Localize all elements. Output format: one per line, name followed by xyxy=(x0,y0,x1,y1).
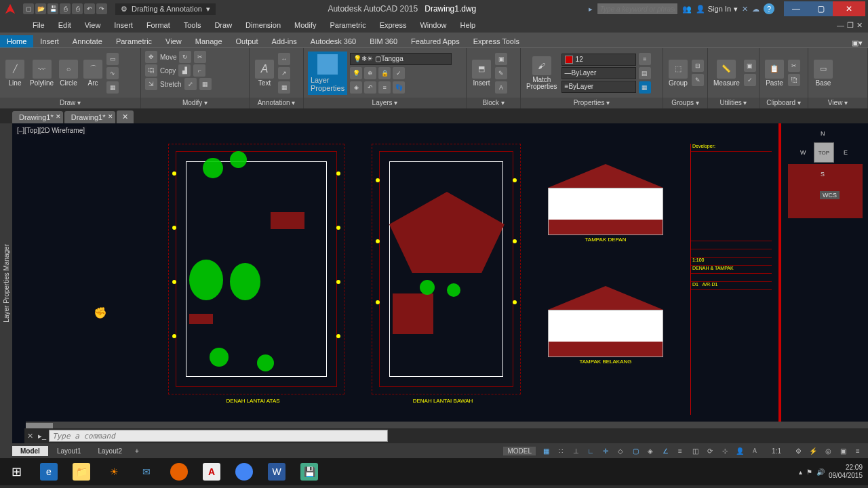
panel-title-properties[interactable]: Properties ▾ xyxy=(521,98,663,108)
copy-clip-icon[interactable]: ⿻ xyxy=(788,74,800,86)
measure-button[interactable]: 📏Measure xyxy=(712,58,741,88)
layer-manager-collapsed[interactable]: Layer Properties Manager xyxy=(0,123,12,443)
qat-redo-icon[interactable]: ↷ xyxy=(96,3,107,14)
add-layout-button[interactable]: + xyxy=(131,446,143,456)
paste-button[interactable]: 📋Paste xyxy=(764,58,785,88)
copy-button[interactable]: ⿻Copy▟⌐ xyxy=(145,64,245,77)
layout-tab-2[interactable]: Layout2 xyxy=(90,446,130,456)
select-all-icon[interactable]: ▣ xyxy=(744,60,756,72)
3dosnap-toggle-icon[interactable]: ◈ xyxy=(644,445,657,457)
drawing-canvas[interactable]: [–][Top][2D Wireframe] DENAH LANTAI ATAS xyxy=(12,123,868,443)
color-dropdown[interactable]: 12 xyxy=(561,54,636,66)
cleanscreen-icon[interactable]: ▣ xyxy=(836,445,850,457)
menu-draw[interactable]: Draw xyxy=(208,20,239,30)
layer-dropdown[interactable]: 💡❄☀ ▢ Tangga xyxy=(350,53,452,65)
text-button[interactable]: AText xyxy=(254,58,275,88)
prop-bylayer-icon[interactable]: ▤ xyxy=(639,67,651,79)
ribbon-tab-express[interactable]: Express Tools xyxy=(467,35,526,47)
rotate-icon[interactable]: ↻ xyxy=(179,51,191,63)
taskbar-word[interactable]: W xyxy=(260,458,293,485)
block-create-icon[interactable]: ▣ xyxy=(495,53,507,65)
help-icon[interactable]: ? xyxy=(764,3,774,14)
spline-icon[interactable]: ∿ xyxy=(106,67,119,79)
menu-tools[interactable]: Tools xyxy=(177,20,208,30)
iso-toggle-icon[interactable]: ◇ xyxy=(614,445,627,457)
match-properties-button[interactable]: 🖌Match Properties xyxy=(525,55,559,92)
taskbar-ie[interactable]: e xyxy=(33,458,65,485)
ribbon-tab-home[interactable]: Home xyxy=(0,35,33,47)
panel-title-clipboard[interactable]: Clipboard ▾ xyxy=(760,98,808,108)
ribbon-tab-view[interactable]: View xyxy=(159,35,189,47)
viewcube-face[interactable]: TOP xyxy=(814,142,834,163)
qat-new-icon[interactable]: ▢ xyxy=(23,3,34,14)
taskbar-autocad[interactable]: A xyxy=(195,458,228,485)
layer-state-icon[interactable]: ≡ xyxy=(378,81,391,94)
snap-toggle-icon[interactable]: ∷ xyxy=(554,445,568,457)
polar-toggle-icon[interactable]: ✛ xyxy=(599,445,612,457)
cycling-icon[interactable]: ⟳ xyxy=(703,445,717,457)
customize-status-icon[interactable]: ≡ xyxy=(851,445,865,457)
layer-properties-button[interactable]: Layer Properties xyxy=(308,52,347,95)
command-input[interactable] xyxy=(49,430,388,442)
table-icon[interactable]: ▦ xyxy=(278,81,290,94)
qat-saveas-icon[interactable]: ⎙ xyxy=(60,3,71,14)
rectangle-icon[interactable]: ▭ xyxy=(106,53,119,65)
menu-parametric[interactable]: Parametric xyxy=(323,20,372,30)
tray-network-icon[interactable]: 🔊 xyxy=(816,468,825,476)
help-search-input[interactable] xyxy=(597,3,678,15)
ribbon-tab-manage[interactable]: Manage xyxy=(189,35,229,47)
viewport-label[interactable]: [–][Top][2D Wireframe] xyxy=(15,126,87,135)
group-button[interactable]: ⬚Group xyxy=(667,58,689,88)
panel-title-groups[interactable]: Groups ▾ xyxy=(663,98,707,108)
scale-dd[interactable]: 1:1 xyxy=(763,445,790,457)
search-arrow-icon[interactable]: ▸ xyxy=(589,5,593,14)
exchange-icon[interactable]: ✕ xyxy=(742,5,748,14)
menu-insert[interactable]: Insert xyxy=(107,20,140,30)
viewcube-w[interactable]: W xyxy=(800,149,806,156)
layer-match-icon[interactable]: ✓ xyxy=(393,67,405,79)
app-menu-icon[interactable] xyxy=(0,0,20,18)
circle-button[interactable]: ○Circle xyxy=(58,58,79,88)
ribbon-tab-insert[interactable]: Insert xyxy=(33,35,66,47)
ribbon-collapse-icon[interactable]: ▣▾ xyxy=(852,39,868,47)
menu-format[interactable]: Format xyxy=(140,20,177,30)
cloud-icon[interactable]: ☁ xyxy=(752,5,760,14)
panel-title-block[interactable]: Block ▾ xyxy=(467,98,520,108)
ribbon-tab-annotate[interactable]: Annotate xyxy=(66,35,109,47)
ribbon-tab-bim360[interactable]: BIM 360 xyxy=(363,35,404,47)
otrack-toggle-icon[interactable]: ∠ xyxy=(658,445,672,457)
minimize-button[interactable]: — xyxy=(784,1,808,16)
isolate-icon[interactable]: ◎ xyxy=(821,445,835,457)
block-edit-icon[interactable]: ✎ xyxy=(495,67,507,79)
scale-icon[interactable]: ⤢ xyxy=(184,78,197,90)
menu-dimension[interactable]: Dimension xyxy=(239,20,288,30)
close-tab-icon[interactable]: ✕ xyxy=(56,113,61,120)
layout-tab-model[interactable]: Model xyxy=(12,446,48,456)
line-button[interactable]: ╱Line xyxy=(4,58,26,88)
block-attr-icon[interactable]: A xyxy=(495,81,507,94)
menu-edit[interactable]: Edit xyxy=(52,20,78,30)
panel-title-annotation[interactable]: Annotation ▾ xyxy=(250,98,303,108)
menu-express[interactable]: Express xyxy=(373,20,414,30)
workspace-switch-icon[interactable]: ⚙ xyxy=(791,445,805,457)
prop-palette-icon[interactable]: ▦ xyxy=(639,81,651,94)
qat-open-icon[interactable]: 📂 xyxy=(35,3,46,14)
layer-prev-icon[interactable]: ↶ xyxy=(364,81,376,94)
qat-plot-icon[interactable]: ⎙ xyxy=(72,3,83,14)
insert-block-button[interactable]: ⬒Insert xyxy=(471,58,492,88)
mirror-icon[interactable]: ▟ xyxy=(178,64,191,77)
ribbon-tab-addins[interactable]: Add-ins xyxy=(265,35,304,47)
layer-iso-icon[interactable]: ◈ xyxy=(350,81,362,94)
taskbar-firefox[interactable] xyxy=(163,458,195,485)
grid-toggle-icon[interactable]: ▦ xyxy=(539,445,553,457)
group-edit-icon[interactable]: ✎ xyxy=(692,74,704,86)
lineweight-dropdown[interactable]: ≡ ByLayer xyxy=(561,81,636,93)
panel-title-view[interactable]: View ▾ xyxy=(808,98,867,108)
linetype-dropdown[interactable]: — ByLayer xyxy=(561,67,636,79)
menu-help[interactable]: Help xyxy=(454,20,483,30)
taskbar-app2[interactable]: ✉ xyxy=(130,458,163,485)
menu-window[interactable]: Window xyxy=(413,20,453,30)
leader-icon[interactable]: ↗ xyxy=(278,67,290,79)
viewcube-e[interactable]: E xyxy=(844,149,848,156)
close-button[interactable]: ✕ xyxy=(833,1,865,16)
